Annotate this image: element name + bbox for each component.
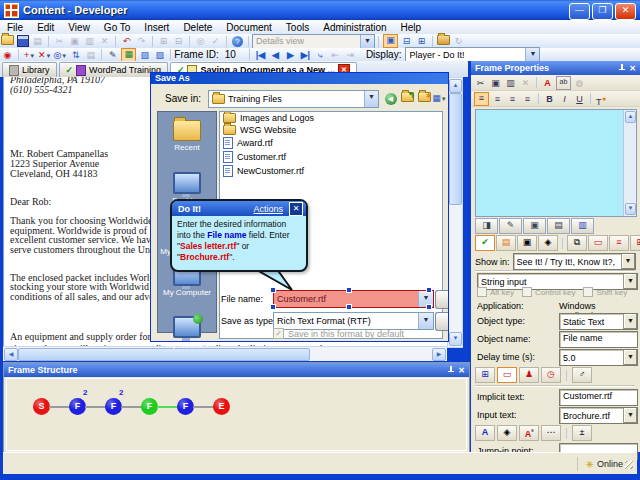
frame-node-s1[interactable]: S — [33, 398, 50, 415]
delete-icon[interactable]: ✕ — [98, 35, 111, 47]
mode-jump-icon[interactable]: ▤ — [547, 218, 570, 234]
align-center-icon[interactable]: ≡ — [491, 93, 504, 105]
print-icon[interactable]: ▤ — [31, 35, 44, 47]
copy-style-icon[interactable]: ⧉ — [567, 235, 587, 251]
menu-document[interactable]: Document — [219, 22, 279, 33]
pin-icon[interactable] — [447, 366, 455, 374]
tab-1[interactable]: Library — [2, 62, 57, 77]
highlight-area-icon[interactable]: ▭ — [588, 235, 608, 251]
vertical-scroll-thumb[interactable] — [449, 93, 462, 205]
frame-graph[interactable]: SF2F2FFE — [6, 378, 467, 451]
italic-icon[interactable]: I — [558, 93, 571, 105]
file-row[interactable]: Customer.rtf — [220, 150, 442, 164]
paste-icon[interactable]: ▥ — [83, 35, 96, 47]
menu-administration[interactable]: Administration — [316, 22, 393, 33]
save-icon[interactable] — [16, 35, 29, 47]
marker-window-icon[interactable]: ⊞ — [630, 235, 640, 251]
screenshot-view-icon[interactable]: ▦ — [121, 48, 136, 62]
open-icon[interactable] — [1, 35, 14, 47]
delete-frame-icon[interactable]: ✕▼ — [38, 49, 52, 61]
menu-insert[interactable]: Insert — [137, 22, 176, 33]
horizontal-scrollbar[interactable]: ◀ ▶ — [3, 346, 447, 361]
object-type-combo[interactable]: Static Text ▼ — [559, 313, 638, 330]
find-icon[interactable]: ◎ — [194, 35, 207, 47]
up-folder-icon[interactable]: ↰ — [400, 91, 415, 105]
workspace-icon[interactable] — [437, 35, 450, 47]
mode-pointer-icon[interactable]: ◨ — [475, 218, 498, 234]
view-mode-combo[interactable]: Details view ▼ — [252, 34, 375, 49]
new-folder-icon[interactable]: ✱ — [417, 91, 432, 105]
bubble-close-icon[interactable]: ✕ — [289, 202, 303, 216]
ellipsis-icon[interactable]: ⋯ — [541, 425, 561, 441]
last-frame-icon[interactable]: ▶| — [299, 49, 312, 61]
display-combo[interactable]: Player - Do It! ▼ — [405, 47, 540, 62]
paint-icon[interactable]: ◈ — [538, 235, 558, 251]
highlight-rect-icon[interactable]: ▭ — [497, 367, 517, 383]
vertical-scrollbar[interactable]: ▲ ▼ — [447, 77, 463, 348]
spellcheck-icon[interactable]: ✓ — [209, 35, 222, 47]
bold-icon[interactable]: B — [543, 93, 556, 105]
timer-action-icon[interactable]: ◷ — [541, 367, 561, 383]
implicit-text-input[interactable]: Customer.rtf — [559, 389, 638, 406]
default-format-checkbox[interactable]: ✓ Save in this format by default — [273, 328, 404, 339]
redo-icon[interactable]: ↷ — [135, 35, 148, 47]
file-row[interactable]: Images and Logos — [220, 112, 442, 124]
scroll-down-icon[interactable]: ▼ — [625, 203, 636, 215]
back-branch-icon[interactable]: ⇤ — [329, 49, 342, 61]
plus-minus-icon[interactable]: ± — [572, 425, 592, 441]
frame-node-f3[interactable]: F — [105, 398, 122, 415]
menu-go-to[interactable]: Go To — [97, 22, 138, 33]
undo-icon[interactable]: ↶ — [120, 35, 133, 47]
font-color-icon[interactable]: A — [541, 77, 554, 89]
fill-color-icon[interactable]: ◈ — [497, 425, 517, 441]
save-in-combo[interactable]: Training Files ▼ — [208, 90, 379, 108]
layout-single-icon[interactable]: ▣ — [383, 34, 398, 48]
bubble-text-editor[interactable]: ▲ ▼ — [475, 109, 637, 217]
frame-node-f2[interactable]: F — [69, 398, 86, 415]
place-recent[interactable]: Recent — [158, 120, 216, 152]
copy-frame-icon[interactable]: ▤ — [84, 49, 97, 61]
input-text-combo[interactable]: Brochure.rtf ▼ — [559, 407, 638, 424]
actions-link[interactable]: Actions — [253, 204, 283, 214]
align-right-icon[interactable]: ≡ — [506, 93, 519, 105]
cancel-button-stub[interactable] — [435, 312, 448, 331]
horizontal-scroll-thumb[interactable] — [18, 348, 310, 361]
place-my-network[interactable]: My Network — [158, 316, 216, 349]
frame-node-e6[interactable]: E — [213, 398, 230, 415]
file-row[interactable]: Award.rtf — [220, 136, 442, 150]
copy-icon[interactable]: ▣ — [489, 77, 502, 89]
menu-edit[interactable]: Edit — [30, 22, 61, 33]
checkbox-shift-key[interactable]: Shift key — [583, 287, 627, 297]
paste-icon[interactable]: ▥ — [504, 77, 517, 89]
mode-note-icon[interactable]: ▥ — [571, 218, 594, 234]
apply-check-icon[interactable]: ✔ — [475, 235, 495, 251]
copy-icon[interactable]: ▣ — [68, 35, 81, 47]
help-icon[interactable]: ? — [231, 35, 244, 47]
align-justify-icon[interactable]: ≡ — [521, 93, 534, 105]
font-size-icon[interactable]: Aª — [519, 425, 539, 441]
edit-screenshot-icon[interactable]: ▨ — [153, 49, 166, 61]
scroll-down-icon[interactable]: ▼ — [449, 332, 462, 346]
checkbox-alt-key[interactable]: Alt key — [477, 287, 514, 297]
frame-node-f5[interactable]: F — [177, 398, 194, 415]
editor-scrollbar[interactable]: ▲ ▼ — [623, 110, 636, 216]
delay-time-combo[interactable]: 5.0 ▼ — [559, 349, 638, 366]
jump-action-icon[interactable]: ⤷ — [314, 49, 327, 61]
rerecord-icon[interactable]: ▧ — [138, 49, 151, 61]
mode-edit-icon[interactable]: ✎ — [499, 218, 522, 234]
resize-grip[interactable] — [625, 461, 633, 469]
cut-icon[interactable]: ✂ — [53, 35, 66, 47]
scroll-right-icon[interactable]: ▶ — [432, 348, 446, 361]
maximize-button[interactable]: ❐ — [592, 3, 613, 20]
refresh-icon[interactable]: ↻ — [452, 35, 465, 47]
minimize-button[interactable]: — — [569, 3, 590, 20]
scroll-up-icon[interactable]: ▲ — [625, 111, 636, 123]
font-icon[interactable]: A — [475, 425, 495, 441]
pointer-action-icon[interactable]: ♟ — [519, 367, 539, 383]
menu-help[interactable]: Help — [394, 22, 429, 33]
align-left-icon[interactable]: ≡ — [474, 92, 489, 106]
file-row[interactable]: NewCustomer.rtf — [220, 164, 442, 178]
find-frame-icon[interactable]: ◎▼ — [54, 49, 68, 61]
menu-tools[interactable]: Tools — [279, 22, 316, 33]
menu-view[interactable]: View — [61, 22, 97, 33]
